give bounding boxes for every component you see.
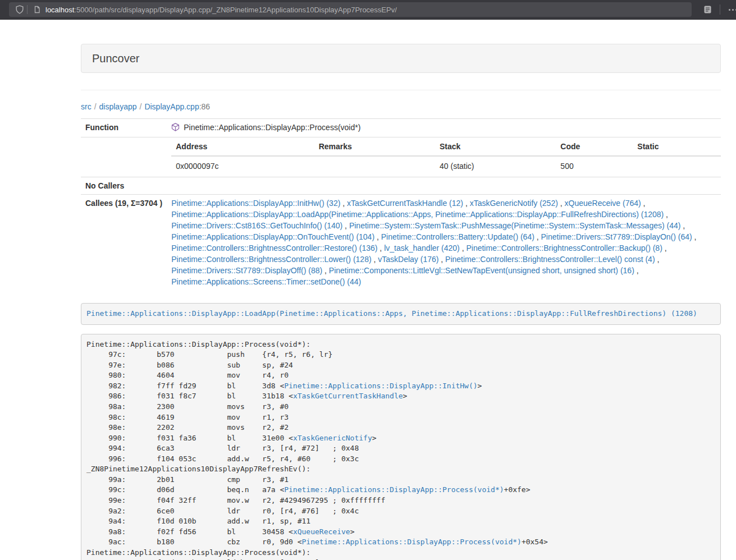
callee-separator: , [664, 210, 668, 219]
col-header-static: Static [633, 137, 721, 156]
reader-mode-button[interactable] [700, 2, 715, 17]
callee-link[interactable]: Pinetime::Drivers::St7789::DisplayOff() … [171, 266, 322, 275]
callees-row: Callees (19, Σ=3704 ) Pinetime::Applicat… [81, 195, 721, 291]
callee-link[interactable]: Pinetime::Controllers::Battery::Update()… [381, 232, 534, 241]
address-value: 0x0000097c [171, 156, 314, 177]
callee-link[interactable]: lv_task_handler (420) [384, 244, 460, 253]
callee-link[interactable]: vTaskDelay (176) [378, 255, 438, 264]
callee-link[interactable]: Pinetime::Controllers::BrightnessControl… [171, 244, 377, 253]
callee-separator: , [680, 221, 685, 230]
callee-separator: , [641, 199, 646, 208]
code-symbol-link[interactable]: xQueueReceive [293, 527, 350, 536]
section-divider [81, 90, 721, 90]
col-header-code: Code [556, 137, 633, 156]
callee-separator: , [372, 255, 378, 264]
code-symbol-link[interactable]: xTaskGetCurrentTaskHandle [293, 392, 403, 400]
callee-separator: , [655, 255, 660, 264]
function-details-table: Function Pinetime::Applications::Display… [81, 118, 721, 290]
url-path: :5000/path/src/displayapp/DisplayApp.cpp… [74, 6, 397, 14]
callee-separator: , [438, 255, 445, 264]
disassembly-code: Pinetime::Applications::DisplayApp::Proc… [81, 334, 721, 560]
page-title: Puncover [92, 52, 710, 65]
callee-separator: , [662, 244, 667, 253]
menu-button[interactable] [725, 2, 736, 17]
highlighted-symbol-box: Pinetime::Applications::DisplayApp::Load… [81, 303, 721, 325]
no-callers-label: No Callers [81, 177, 167, 195]
url-host: localhost [45, 6, 74, 14]
static-value [633, 156, 721, 177]
callee-link[interactable]: Pinetime::Components::LittleVgl::SetNewT… [329, 266, 634, 275]
app-header-panel: Puncover [81, 44, 721, 73]
callee-separator: , [377, 244, 384, 253]
col-header-stack: Stack [435, 137, 556, 156]
breadcrumb-link-file[interactable]: DisplayApp.cpp [144, 102, 199, 111]
callee-link[interactable]: xTaskGenericNotify (252) [470, 199, 558, 208]
callees-cell: Pinetime::Applications::DisplayApp::Init… [167, 195, 721, 291]
code-symbol-link[interactable]: xTaskGenericNotify [293, 434, 372, 442]
callee-link[interactable]: Pinetime::Applications::DisplayApp::OnTo… [171, 232, 374, 241]
symbol-cube-icon [171, 123, 180, 134]
breadcrumb: src/displayapp/DisplayApp.cpp:86 [81, 102, 721, 111]
function-label: Function [81, 119, 167, 137]
callee-link[interactable]: xTaskGetCurrentTaskHandle (12) [347, 199, 463, 208]
callee-separator: , [460, 244, 467, 253]
col-header-address: Address [171, 137, 314, 156]
callee-link[interactable]: Pinetime::Controllers::BrightnessControl… [171, 255, 371, 264]
callee-link[interactable]: Pinetime::System::SystemTask::PushMessag… [349, 221, 681, 230]
callee-separator: , [534, 232, 541, 241]
metrics-row: Address Remarks Stack Code Static 0x0000… [81, 137, 721, 177]
code-symbol-link[interactable]: Pinetime::Applications::DisplayApp::Init… [284, 382, 477, 390]
shield-icon[interactable] [13, 3, 26, 16]
browser-toolbar: localhost:5000/path/src/displayapp/Displ… [0, 0, 736, 20]
main-content: Puncover src/displayapp/DisplayApp.cpp:8… [81, 44, 721, 560]
no-callers-row: No Callers [81, 177, 721, 195]
breadcrumb-link-displayapp[interactable]: displayapp [99, 102, 137, 111]
callee-separator: , [322, 266, 329, 275]
toolbar-divider [720, 4, 720, 15]
breadcrumb-separator: / [94, 102, 97, 111]
callee-link[interactable]: Pinetime::Applications::Screens::Timer::… [171, 277, 361, 286]
toolbar-actions [700, 2, 736, 17]
highlighted-symbol-link[interactable]: Pinetime::Applications::DisplayApp::Load… [86, 309, 697, 318]
urlbar-divider [27, 5, 28, 14]
breadcrumb-separator: / [140, 102, 142, 111]
ellipsis-icon [729, 9, 736, 11]
page-info-icon[interactable] [31, 3, 43, 16]
callee-link[interactable]: Pinetime::Controllers::BrightnessControl… [466, 244, 662, 253]
callee-separator: , [374, 232, 381, 241]
callee-link[interactable]: xQueueReceive (764) [565, 199, 641, 208]
callee-link[interactable]: Pinetime::Drivers::St7789::DisplayOn() (… [541, 232, 692, 241]
breadcrumb-line-number: :86 [199, 102, 210, 111]
code-symbol-link[interactable]: Pinetime::Applications::DisplayApp::Proc… [284, 485, 504, 494]
callee-link[interactable]: Pinetime::Applications::DisplayApp::Init… [171, 199, 340, 208]
callee-link[interactable]: Pinetime::Controllers::BrightnessControl… [445, 255, 655, 264]
function-name: Pinetime::Applications::DisplayApp::Proc… [184, 123, 360, 132]
callee-separator: , [634, 266, 639, 275]
callee-link[interactable]: Pinetime::Drivers::Cst816S::GetTouchInfo… [171, 221, 342, 230]
breadcrumb-link-src[interactable]: src [81, 102, 92, 111]
callee-link[interactable]: Pinetime::Applications::DisplayApp::Load… [171, 210, 664, 219]
callee-separator: , [340, 199, 347, 208]
callee-separator: , [342, 221, 349, 230]
url-bar[interactable]: localhost:5000/path/src/displayapp/Displ… [9, 2, 692, 17]
callees-label: Callees (19, Σ=3704 ) [81, 195, 167, 291]
stack-value: 40 (static) [435, 156, 556, 177]
url-text: localhost:5000/path/src/displayapp/Displ… [45, 6, 397, 14]
code-value: 500 [556, 156, 633, 177]
function-row: Function Pinetime::Applications::Display… [81, 119, 721, 137]
callee-separator: , [558, 199, 565, 208]
table-row: 0x0000097c 40 (static) 500 [171, 156, 721, 177]
code-symbol-link[interactable]: Pinetime::Applications::DisplayApp::Proc… [302, 538, 522, 546]
callee-separator: , [692, 232, 697, 241]
remarks-value [314, 156, 435, 177]
col-header-remarks: Remarks [314, 137, 435, 156]
metrics-table: Address Remarks Stack Code Static 0x0000… [171, 137, 721, 177]
callee-separator: , [463, 199, 470, 208]
